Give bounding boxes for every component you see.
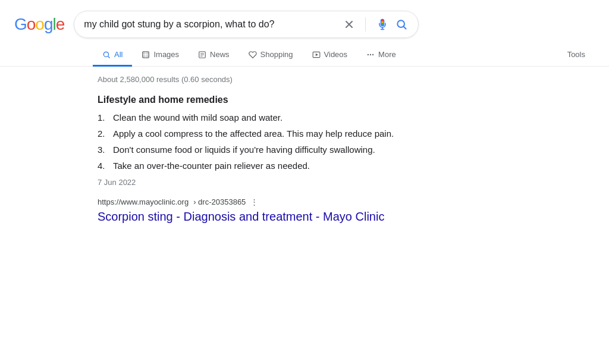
list-item: 4. Take an over-the-counter pain relieve…: [98, 161, 595, 171]
result-title-link[interactable]: Scorpion sting - Diagnosis and treatment…: [98, 210, 384, 223]
svg-rect-12: [146, 55, 149, 58]
result-url-base: https://www.mayoclinic.org: [98, 197, 189, 206]
tab-all-label: All: [114, 50, 123, 59]
list-text: Take an over-the-counter pain reliever a…: [113, 161, 310, 171]
tab-shopping[interactable]: Shopping: [239, 44, 303, 67]
svg-point-20: [370, 54, 371, 55]
result-url: https://www.mayoclinic.org › drc-2035386…: [98, 197, 595, 206]
list-text: Don't consume food or liquids if you're …: [113, 145, 375, 155]
featured-snippet: Lifestyle and home remedies 1. Clean the…: [98, 95, 595, 187]
search-bar: my child got stung by a scorpion, what t…: [74, 11, 419, 38]
list-num: 1.: [98, 112, 108, 123]
clear-button[interactable]: [343, 18, 356, 31]
search-input[interactable]: my child got stung by a scorpion, what t…: [84, 19, 338, 30]
tab-news-label: News: [210, 50, 230, 59]
voice-search-button[interactable]: [375, 17, 390, 32]
google-logo[interactable]: Google: [14, 15, 64, 34]
tab-videos[interactable]: Videos: [303, 44, 357, 67]
news-icon: [198, 51, 206, 59]
svg-point-19: [368, 54, 369, 55]
tab-news[interactable]: News: [189, 44, 239, 67]
list-item: 3. Don't consume food or liquids if you'…: [98, 145, 595, 155]
tab-images-label: Images: [153, 50, 179, 59]
results-area: About 2,580,000 results (0.60 seconds) L…: [0, 67, 609, 233]
list-num: 2.: [98, 128, 108, 139]
list-item: 1. Clean the wound with mild soap and wa…: [98, 112, 595, 123]
divider: [365, 17, 366, 32]
video-icon: [312, 51, 321, 59]
list-item: 2. Apply a cool compress to the affected…: [98, 128, 595, 139]
close-icon: [344, 19, 354, 30]
mic-icon: [376, 18, 388, 30]
more-dots-icon: [366, 51, 375, 59]
list-num: 3.: [98, 145, 108, 155]
svg-point-21: [372, 54, 373, 55]
tab-shopping-label: Shopping: [260, 50, 293, 59]
top-result: https://www.mayoclinic.org › drc-2035386…: [98, 197, 595, 224]
tab-images[interactable]: Images: [132, 44, 189, 67]
result-options-dots[interactable]: ⋮: [250, 197, 258, 206]
images-icon: [142, 51, 150, 59]
search-tabs: All Images News Shopping Videos: [0, 44, 609, 67]
result-url-path: › drc-20353865: [193, 197, 246, 206]
tab-all[interactable]: All: [93, 44, 132, 67]
svg-rect-10: [146, 51, 149, 54]
tab-tools[interactable]: Tools: [558, 44, 595, 67]
search-submit-button[interactable]: [394, 17, 409, 32]
tab-tools-label: Tools: [567, 50, 585, 59]
snippet-date: 7 Jun 2022: [98, 178, 595, 187]
shopping-icon: [249, 51, 257, 59]
list-num: 4.: [98, 161, 108, 171]
header: Google my child got stung by a scorpion,…: [0, 0, 609, 44]
svg-marker-18: [315, 53, 318, 56]
tab-videos-label: Videos: [324, 50, 348, 59]
search-icon: [395, 18, 407, 30]
svg-rect-4: [382, 23, 384, 25]
svg-rect-11: [143, 55, 146, 58]
list-text: Clean the wound with mild soap and water…: [113, 112, 282, 123]
tab-more[interactable]: More: [357, 44, 406, 67]
svg-rect-9: [143, 51, 146, 54]
results-count: About 2,580,000 results (0.60 seconds): [98, 75, 595, 84]
tab-more-label: More: [378, 50, 396, 59]
all-search-icon: [102, 51, 111, 59]
snippet-title: Lifestyle and home remedies: [98, 95, 595, 105]
list-text: Apply a cool compress to the affected ar…: [113, 128, 394, 139]
snippet-list: 1. Clean the wound with mild soap and wa…: [98, 112, 595, 171]
